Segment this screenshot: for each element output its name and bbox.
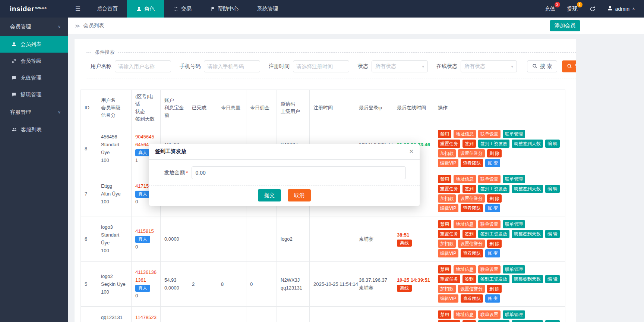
action-button[interactable]: 重置任务 (438, 275, 460, 283)
real-user-badge: 真人 (135, 149, 150, 156)
action-button[interactable]: 签到工资发放 (478, 230, 509, 238)
sidebar-group-service-management[interactable]: 客服管理 ∨ (0, 103, 68, 121)
action-button[interactable]: 调整签到天数 (512, 230, 543, 238)
action-button[interactable]: 联单管理 (503, 310, 525, 319)
add-member-button[interactable]: 添加会员 (550, 20, 580, 31)
action-button[interactable]: 设置信誉分 (458, 194, 485, 203)
action-button[interactable]: 设置信誉分 (458, 240, 485, 248)
action-button[interactable]: 重置任务 (438, 140, 460, 148)
action-button[interactable]: 调整签到天数 (512, 320, 543, 322)
action-button[interactable]: 签到工资发放 (478, 185, 509, 193)
username-search-input[interactable] (115, 60, 171, 72)
nav-item-help[interactable]: 帮助中心 (201, 0, 248, 18)
export-button[interactable]: 导 出 (562, 60, 576, 72)
action-button[interactable]: 签到 (463, 185, 476, 193)
action-button[interactable]: 加扣款 (438, 194, 456, 203)
action-button[interactable]: 编 辑 (545, 230, 560, 238)
action-button[interactable]: 账 变 (485, 204, 500, 212)
action-button[interactable]: 禁用 (438, 175, 451, 183)
action-button[interactable]: 签到工资发放 (478, 275, 509, 283)
sidebar-item-member-list[interactable]: 会员列表 (0, 36, 68, 53)
status-select[interactable]: 所有状态 ▾ (372, 60, 428, 72)
action-button[interactable]: 禁用 (438, 310, 451, 319)
search-button[interactable]: 搜 索 (527, 60, 557, 72)
nav-item-dashboard[interactable]: 后台首页 (88, 0, 127, 18)
sidebar-item-member-level[interactable]: 会员等级 (0, 53, 68, 69)
action-button[interactable]: 加扣款 (438, 285, 456, 293)
action-button[interactable]: 禁用 (438, 265, 451, 273)
action-button[interactable]: 删 除 (487, 194, 502, 203)
action-button[interactable]: 编辑VIP (438, 294, 458, 303)
action-button[interactable]: 编辑VIP (438, 204, 458, 212)
regtime-search-input[interactable] (293, 60, 349, 72)
submit-button[interactable]: 提交 (258, 189, 281, 201)
sidebar-group-member-management[interactable]: 会员管理 ∨ (0, 18, 68, 36)
close-icon[interactable]: ✕ (409, 148, 414, 155)
nav-item-trade[interactable]: 交易 (164, 0, 201, 18)
action-button[interactable]: 联单管理 (503, 130, 525, 138)
action-button[interactable]: 联单设置 (478, 265, 501, 273)
action-button[interactable]: 联单设置 (478, 175, 501, 183)
action-button[interactable]: 重置任务 (438, 320, 460, 322)
action-button[interactable]: 签到 (463, 275, 476, 283)
action-button[interactable]: 重置任务 (438, 185, 460, 193)
action-button[interactable]: 签到 (463, 320, 476, 322)
action-button[interactable]: 地址信息 (454, 175, 476, 183)
phone-search-input[interactable] (204, 60, 260, 72)
action-button[interactable]: 账 变 (485, 294, 500, 303)
action-button[interactable]: 联单设置 (478, 220, 501, 228)
action-button[interactable]: 查看团队 (461, 204, 483, 212)
action-button[interactable]: 签到 (463, 140, 476, 148)
action-button[interactable]: 加扣款 (438, 240, 456, 248)
action-button[interactable]: 删 除 (487, 149, 502, 157)
nav-item-system[interactable]: 系统管理 (248, 0, 287, 18)
action-button[interactable]: 账 变 (485, 159, 500, 167)
action-button[interactable]: 联单管理 (503, 220, 525, 228)
sidebar-item-service-list[interactable]: 客服列表 (0, 121, 68, 138)
action-button[interactable]: 删 除 (487, 240, 502, 248)
amount-input[interactable] (192, 166, 406, 179)
action-button[interactable]: 签到工资发放 (478, 140, 509, 148)
action-button[interactable]: 编 辑 (545, 140, 560, 148)
action-button[interactable]: 查看团队 (461, 294, 483, 303)
action-button[interactable]: 编 辑 (545, 275, 560, 283)
user-menu[interactable]: admin ∧ (607, 6, 635, 12)
action-button[interactable]: 编辑VIP (438, 159, 458, 167)
cancel-button[interactable]: 取消 (288, 189, 311, 201)
action-button[interactable]: 地址信息 (454, 265, 476, 273)
action-button[interactable]: 重置任务 (438, 230, 460, 238)
action-button[interactable]: 设置信誉分 (458, 149, 485, 157)
sidebar-item-withdraw-management[interactable]: 提现管理 (0, 86, 68, 103)
action-button[interactable]: 联单设置 (478, 310, 501, 319)
recharge-link[interactable]: 充值 3 (545, 6, 555, 12)
action-button[interactable]: 联单管理 (503, 175, 525, 183)
action-button[interactable]: 调整签到天数 (512, 275, 543, 283)
action-button[interactable]: 查看团队 (461, 159, 483, 167)
online-status-select[interactable]: 所有状态 ▾ (461, 60, 517, 72)
action-button[interactable]: 删 除 (487, 285, 502, 293)
action-button[interactable]: 禁用 (438, 220, 451, 228)
action-button[interactable]: 调整签到天数 (512, 140, 543, 148)
action-button[interactable]: 编 辑 (545, 185, 560, 193)
action-button[interactable]: 加扣款 (438, 149, 456, 157)
sidebar-item-recharge-management[interactable]: 充值管理 (0, 69, 68, 86)
action-button[interactable]: 调整签到天数 (512, 185, 543, 193)
nav-item-roles[interactable]: 角色 (127, 0, 164, 18)
action-button[interactable]: 账 变 (485, 249, 500, 257)
action-button[interactable]: 设置信誉分 (458, 285, 485, 293)
hamburger-icon[interactable]: ☰ (68, 5, 88, 12)
action-button[interactable]: 签到工资发放 (478, 320, 509, 322)
action-button[interactable]: 地址信息 (454, 220, 476, 228)
action-button[interactable]: 查看团队 (461, 249, 483, 257)
action-button[interactable]: 签到 (463, 230, 476, 238)
withdraw-link[interactable]: 提现 1 (567, 6, 578, 12)
action-button[interactable]: 联单管理 (503, 265, 525, 273)
action-button[interactable]: 禁用 (438, 130, 451, 138)
refresh-icon[interactable] (590, 6, 596, 12)
action-button[interactable]: 地址信息 (454, 130, 476, 138)
action-button[interactable]: 联单设置 (478, 130, 501, 138)
action-button[interactable]: 地址信息 (454, 310, 476, 319)
member-level: Seçkin Üye (101, 280, 127, 288)
action-button[interactable]: 编辑VIP (438, 249, 458, 257)
action-button[interactable]: 编 辑 (545, 320, 560, 322)
